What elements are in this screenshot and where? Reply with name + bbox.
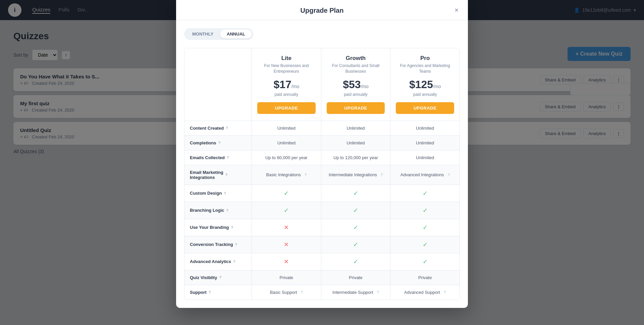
- pro-upgrade-button[interactable]: UPGRADE: [396, 102, 454, 114]
- plan-pro-price: $125/mo: [396, 78, 454, 91]
- advanced-analytics-pro: ✓: [390, 253, 460, 270]
- feature-branding-label: Use Your Branding ?: [184, 219, 252, 236]
- custom-design-lite: ✓: [252, 185, 321, 202]
- branching-help-icon[interactable]: ?: [226, 208, 229, 212]
- support-pro: Advanced Support ?: [390, 285, 460, 300]
- advanced-support-help-icon[interactable]: ?: [444, 290, 446, 294]
- advanced-analytics-help-icon[interactable]: ?: [233, 260, 235, 264]
- plan-growth-desc: For Consultants and Small Businesses: [327, 63, 385, 74]
- quiz-visibility-pro: Private: [390, 270, 460, 285]
- plan-lite-header: Lite For New Businesses and Entrepreneur…: [252, 48, 321, 121]
- plan-header-empty: [184, 48, 252, 121]
- completions-growth: Unlimited: [321, 136, 390, 150]
- check-icon: ✓: [353, 224, 358, 231]
- modal-body: MONTHLY ANNUAL Lite For New Businesses a…: [176, 20, 468, 308]
- branding-lite: ✕: [252, 219, 321, 236]
- emails-growth: Up to 120,000 per year: [321, 150, 390, 165]
- feature-custom-design-label: Custom Design ?: [184, 185, 252, 202]
- conversion-pro: ✓: [390, 236, 460, 253]
- feature-advanced-analytics-label: Advanced Analytics ?: [184, 253, 252, 270]
- email-marketing-help-icon[interactable]: ?: [225, 173, 228, 177]
- branding-growth: ✓: [321, 219, 390, 236]
- feature-emails-label: Emails Collected ?: [184, 150, 252, 165]
- conversion-growth: ✓: [321, 236, 390, 253]
- modal-title: Upgrade Plan: [301, 7, 344, 14]
- feature-quiz-visibility-label: Quiz Visiblity ?: [184, 270, 252, 285]
- custom-design-help-icon[interactable]: ?: [224, 191, 226, 195]
- check-icon: ✓: [423, 224, 428, 231]
- branding-help-icon[interactable]: ?: [231, 225, 233, 230]
- basic-integrations-help-icon[interactable]: ?: [305, 173, 307, 177]
- cross-icon: ✕: [284, 224, 289, 231]
- check-icon: ✓: [284, 207, 289, 214]
- intermediate-support-help-icon[interactable]: ?: [377, 290, 379, 294]
- check-icon: ✓: [353, 258, 358, 265]
- quiz-visibility-growth: Private: [321, 270, 390, 285]
- growth-upgrade-button[interactable]: UPGRADE: [327, 102, 385, 114]
- custom-design-growth: ✓: [321, 185, 390, 202]
- email-marketing-growth: Intermediate Integrations ?: [321, 165, 390, 185]
- branding-pro: ✓: [390, 219, 460, 236]
- modal-overlay: Upgrade Plan × MONTHLY ANNUAL Lite For N…: [0, 0, 644, 325]
- monthly-toggle[interactable]: MONTHLY: [185, 29, 220, 39]
- annual-toggle[interactable]: ANNUAL: [220, 29, 252, 39]
- advanced-integrations-help-icon[interactable]: ?: [447, 173, 449, 177]
- quiz-visibility-lite: Private: [252, 270, 321, 285]
- feature-email-marketing-label: Email MarketingIntegrations ?: [184, 165, 252, 185]
- plan-pro-name: Pro: [396, 55, 454, 62]
- billing-toggle: MONTHLY ANNUAL: [184, 28, 460, 40]
- plan-lite-desc: For New Businesses and Entrepreneurs: [257, 63, 316, 74]
- basic-support-help-icon[interactable]: ?: [301, 290, 303, 294]
- emails-help-icon[interactable]: ?: [227, 155, 229, 159]
- check-icon: ✓: [353, 241, 358, 248]
- cross-icon: ✕: [284, 258, 289, 265]
- plan-lite-price: $17/mo: [257, 78, 316, 91]
- feature-content-created-label: Content Created ?: [184, 121, 252, 136]
- upgrade-plan-modal: Upgrade Plan × MONTHLY ANNUAL Lite For N…: [176, 0, 468, 308]
- support-growth: Intermediate Support ?: [321, 285, 390, 300]
- content-created-growth: Unlimited: [321, 121, 390, 136]
- branching-growth: ✓: [321, 202, 390, 219]
- check-icon: ✓: [423, 207, 428, 214]
- content-created-help-icon[interactable]: ?: [226, 126, 228, 130]
- emails-lite: Up to 60,000 per year: [252, 150, 321, 165]
- plan-growth-price: $53/mo: [327, 78, 385, 91]
- plan-growth-name: Growth: [327, 55, 385, 62]
- check-icon: ✓: [353, 207, 358, 214]
- plan-growth-header: Growth For Consultants and Small Busines…: [321, 48, 390, 121]
- check-icon: ✓: [284, 190, 289, 197]
- quiz-visibility-help-icon[interactable]: ?: [219, 275, 221, 279]
- cross-icon: ✕: [284, 241, 289, 248]
- feature-completions-label: Completions ?: [184, 136, 252, 150]
- completions-pro: Unlimited: [390, 136, 460, 150]
- conversion-lite: ✕: [252, 236, 321, 253]
- email-marketing-lite: Basic Integrations ?: [252, 165, 321, 185]
- support-help-icon[interactable]: ?: [209, 290, 211, 294]
- modal-header: Upgrade Plan ×: [176, 0, 468, 20]
- check-icon: ✓: [423, 190, 428, 197]
- content-created-lite: Unlimited: [252, 121, 321, 136]
- plan-growth-period: paid annually: [327, 92, 385, 97]
- lite-upgrade-button[interactable]: UPGRADE: [257, 102, 316, 114]
- plan-lite-name: Lite: [257, 55, 316, 62]
- advanced-analytics-lite: ✕: [252, 253, 321, 270]
- plan-pro-desc: For Agencies and Marketing Teams: [396, 63, 454, 74]
- content-created-pro: Unlimited: [390, 121, 460, 136]
- check-icon: ✓: [353, 190, 358, 197]
- feature-support-label: Support ?: [184, 285, 252, 300]
- plan-pro-period: paid annually: [396, 92, 454, 97]
- check-icon: ✓: [423, 241, 428, 248]
- branching-pro: ✓: [390, 202, 460, 219]
- advanced-analytics-growth: ✓: [321, 253, 390, 270]
- modal-close-button[interactable]: ×: [452, 5, 461, 15]
- completions-help-icon[interactable]: ?: [218, 141, 221, 145]
- completions-lite: Unlimited: [252, 136, 321, 150]
- check-icon: ✓: [423, 258, 428, 265]
- intermediate-integrations-help-icon[interactable]: ?: [381, 173, 383, 177]
- support-lite: Basic Support ?: [252, 285, 321, 300]
- toggle-container: MONTHLY ANNUAL: [184, 28, 253, 40]
- custom-design-pro: ✓: [390, 185, 460, 202]
- branching-lite: ✓: [252, 202, 321, 219]
- conversion-help-icon[interactable]: ?: [235, 243, 237, 247]
- plan-lite-period: paid annually: [257, 92, 316, 97]
